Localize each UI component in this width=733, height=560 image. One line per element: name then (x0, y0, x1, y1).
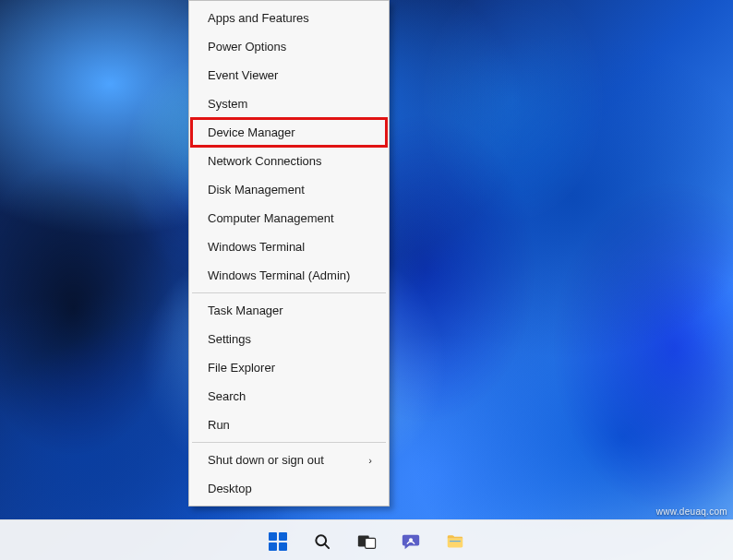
menu-item-label: Windows Terminal (Admin) (208, 268, 350, 282)
menu-item-device-manager[interactable]: Device Manager (191, 118, 387, 147)
menu-item-disk-management[interactable]: Disk Management (191, 175, 387, 204)
menu-item-network-conn[interactable]: Network Connections (191, 147, 387, 175)
menu-separator (192, 292, 386, 293)
menu-item-label: Search (208, 389, 246, 403)
menu-item-settings[interactable]: Settings (191, 325, 387, 353)
menu-item-task-manager[interactable]: Task Manager (191, 296, 387, 325)
taskbar (0, 519, 733, 560)
menu-item-event-viewer[interactable]: Event Viewer (191, 61, 387, 89)
menu-separator (192, 442, 386, 443)
menu-item-label: Disk Management (208, 183, 305, 197)
taskbar-search-button[interactable] (306, 525, 339, 558)
menu-item-label: Event Viewer (208, 68, 278, 82)
task-view-icon (356, 531, 377, 552)
menu-item-label: System (208, 97, 247, 111)
menu-item-label: Run (208, 418, 230, 432)
menu-item-label: Apps and Features (208, 11, 309, 25)
svg-rect-3 (366, 538, 376, 548)
svg-line-1 (325, 543, 329, 547)
menu-item-label: Power Options (208, 40, 286, 54)
menu-item-file-explorer[interactable]: File Explorer (191, 353, 387, 382)
menu-item-apps-features[interactable]: Apps and Features (191, 4, 387, 32)
chevron-right-icon: › (368, 455, 372, 466)
menu-item-shutdown-signout[interactable]: Shut down or sign out› (191, 446, 387, 474)
menu-item-label: Settings (208, 332, 251, 346)
file-explorer-icon (445, 531, 465, 552)
watermark-text: www.deuaq.com (656, 506, 727, 517)
menu-item-label: Shut down or sign out (208, 453, 324, 467)
menu-item-computer-mgmt[interactable]: Computer Management (191, 204, 387, 232)
windows-logo-icon (269, 532, 287, 551)
menu-item-system[interactable]: System (191, 89, 387, 118)
task-view-button[interactable] (350, 525, 383, 558)
menu-item-label: Device Manager (208, 125, 295, 139)
menu-item-label: Task Manager (208, 304, 283, 317)
menu-item-label: Desktop (208, 482, 252, 495)
menu-item-search[interactable]: Search (191, 382, 387, 411)
chat-icon (401, 531, 421, 552)
menu-item-label: Computer Management (208, 211, 334, 225)
search-icon (313, 532, 331, 551)
menu-item-win-terminal[interactable]: Windows Terminal (191, 232, 387, 261)
start-button[interactable] (261, 525, 294, 558)
menu-item-label: Windows Terminal (208, 240, 305, 254)
menu-item-power-options[interactable]: Power Options (191, 32, 387, 61)
menu-item-label: File Explorer (208, 361, 275, 375)
menu-item-win-terminal-adm[interactable]: Windows Terminal (Admin) (191, 261, 387, 290)
winx-power-user-menu: Apps and FeaturesPower OptionsEvent View… (188, 0, 390, 506)
menu-item-desktop[interactable]: Desktop (191, 474, 387, 503)
menu-item-run[interactable]: Run (191, 411, 387, 439)
menu-item-label: Network Connections (208, 154, 322, 168)
svg-rect-5 (450, 541, 461, 542)
file-explorer-button[interactable] (439, 525, 472, 558)
chat-button[interactable] (394, 525, 427, 558)
